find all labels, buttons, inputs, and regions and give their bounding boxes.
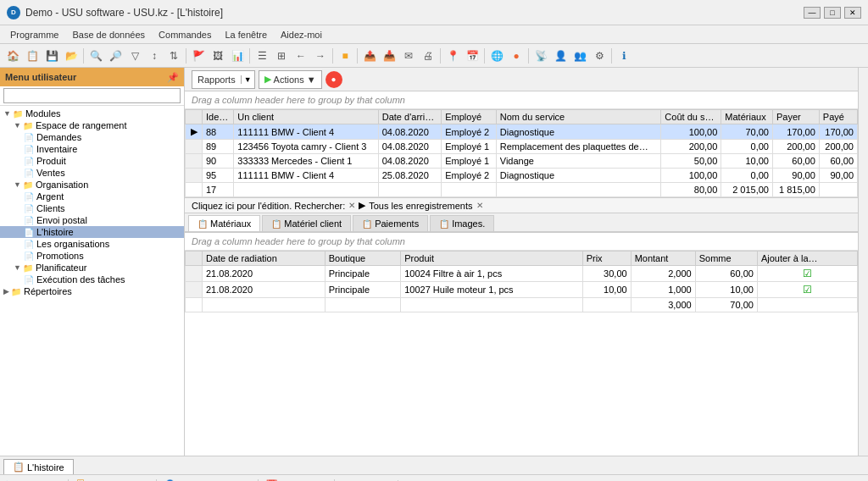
th-materiaux[interactable]: Matériaux bbox=[721, 110, 773, 124]
close-button[interactable]: ✕ bbox=[844, 7, 861, 19]
sidebar-search-input[interactable] bbox=[3, 88, 181, 103]
tb-user[interactable]: 👤 bbox=[551, 47, 570, 65]
sub-th-prix[interactable]: Prix bbox=[582, 252, 631, 266]
th-date[interactable]: Date d'arri… bbox=[378, 110, 442, 124]
tab-materiaux[interactable]: 📋 Matériaux bbox=[188, 215, 260, 231]
sidebar-item-promotions[interactable]: 📄 Promotions bbox=[0, 250, 184, 262]
rapports-label: Rapports bbox=[192, 75, 241, 85]
sidebar-item-organisation[interactable]: ▼ 📁 Organisation bbox=[0, 179, 184, 191]
minimize-button[interactable]: — bbox=[804, 7, 821, 19]
tab-materiel-client[interactable]: 📋 Matériel client bbox=[262, 215, 351, 231]
tb-copy[interactable]: 📋 bbox=[23, 47, 42, 65]
bottom-tab-lhistoire[interactable]: 📋 L'histoire bbox=[3, 459, 74, 474]
stop-button[interactable]: ● bbox=[326, 71, 342, 88]
menu-programme[interactable]: Programme bbox=[3, 28, 65, 41]
sidebar-item-clients[interactable]: 📄 Clients bbox=[0, 202, 184, 214]
sidebar-item-demandes[interactable]: 📄 Demandes bbox=[0, 131, 184, 143]
tab-paiements[interactable]: 📋 Paiements bbox=[353, 215, 428, 231]
menu-base-de-donnees[interactable]: Base de données bbox=[65, 28, 152, 41]
tb-arrow2[interactable]: → bbox=[311, 47, 330, 65]
tb-sort[interactable]: ↕ bbox=[145, 47, 164, 65]
sidebar-item-modules[interactable]: ▼ 📁 Modules bbox=[0, 108, 184, 119]
sub-table-row[interactable]: 21.08.2020 Principale 10024 Filtre à air… bbox=[186, 266, 858, 282]
tb-image[interactable]: 🖼 bbox=[209, 47, 227, 65]
sidebar-item-repertoires[interactable]: ▶ 📁 Répertoires bbox=[0, 285, 184, 297]
actions-button[interactable]: ▶ Actions ▼ bbox=[259, 70, 322, 89]
th-client[interactable]: Un client bbox=[234, 110, 378, 124]
filter-x2[interactable]: ✕ bbox=[476, 201, 483, 210]
sub-cell-montant: 1,000 bbox=[631, 282, 695, 298]
menu-aidez-moi[interactable]: Aidez-moi bbox=[274, 28, 329, 41]
sidebar-item-planificateur[interactable]: ▼ 📁 Planificateur bbox=[0, 262, 184, 274]
tb-wifi[interactable]: 📡 bbox=[531, 47, 550, 65]
tb-filter[interactable]: 🔎 bbox=[106, 47, 125, 65]
sidebar-item-argent[interactable]: 📄 Argent bbox=[0, 191, 184, 202]
sub-table-container[interactable]: Date de radiation Boutique Produit Prix … bbox=[185, 251, 858, 456]
tb-print[interactable]: 🖨 bbox=[419, 47, 437, 65]
sub-th-boutique[interactable]: Boutique bbox=[325, 252, 400, 266]
th-paye[interactable]: Payé bbox=[819, 110, 857, 124]
main-table-container[interactable]: Ide… Un client Date d'arri… Employé Nom … bbox=[185, 109, 858, 198]
tab-images[interactable]: 📋 Images. bbox=[430, 215, 494, 231]
th-payer[interactable]: Payer bbox=[772, 110, 819, 124]
tb-circle[interactable]: ● bbox=[507, 47, 526, 65]
main-table-row[interactable]: ▶ 88 111111 BMW - Client 4 04.08.2020 Em… bbox=[186, 124, 858, 140]
menu-la-fenetre[interactable]: La fenêtre bbox=[218, 28, 274, 41]
tb-home[interactable]: 🏠 bbox=[3, 47, 22, 65]
rapports-button[interactable]: Rapports ▼ bbox=[192, 70, 255, 89]
tb-list[interactable]: ☰ bbox=[253, 47, 271, 65]
sub-th-montant[interactable]: Montant bbox=[631, 252, 695, 266]
scrollbar[interactable] bbox=[858, 68, 868, 456]
tb-filter2[interactable]: ▽ bbox=[125, 47, 144, 65]
tb-users[interactable]: 👥 bbox=[570, 47, 589, 65]
sub-th-date[interactable]: Date de radiation bbox=[203, 252, 326, 266]
tb-calendar[interactable]: 📅 bbox=[463, 47, 481, 65]
sidebar-pin-icon[interactable]: 📌 bbox=[167, 72, 179, 83]
sub-drag-hint: Drag a column header here to group by th… bbox=[185, 233, 858, 251]
sidebar-item-execution[interactable]: 📄 Exécution des tâches bbox=[0, 274, 184, 285]
tabs-bar: 📋 Matériaux 📋 Matériel client 📋 Paiement… bbox=[185, 213, 858, 233]
sub-th-indicator bbox=[186, 252, 203, 266]
tb-settings[interactable]: ⚙ bbox=[590, 47, 609, 65]
th-cout[interactable]: Coût du s… bbox=[661, 110, 721, 124]
sidebar-item-espace[interactable]: ▼ 📁 Espace de rangement bbox=[0, 119, 184, 131]
filter-x1[interactable]: ✕ bbox=[348, 201, 355, 210]
tb-chart[interactable]: 📊 bbox=[228, 47, 247, 65]
tb-open[interactable]: 📂 bbox=[62, 47, 81, 65]
sidebar-item-produit[interactable]: 📄 Produit bbox=[0, 155, 184, 167]
sidebar-item-les-organisations[interactable]: 📄 Les organisations bbox=[0, 238, 184, 250]
sub-table-row[interactable]: 21.08.2020 Principale 10027 Huile moteur… bbox=[186, 282, 858, 298]
sidebar-item-label: Clients bbox=[36, 203, 65, 213]
menu-commandes[interactable]: Commandes bbox=[152, 28, 218, 41]
tb-map[interactable]: 📍 bbox=[443, 47, 462, 65]
tb-search[interactable]: 🔍 bbox=[86, 47, 105, 65]
maximize-button[interactable]: □ bbox=[824, 7, 841, 19]
tb-import[interactable]: 📥 bbox=[380, 47, 398, 65]
tb-grid[interactable]: ⊞ bbox=[272, 47, 291, 65]
sub-cell-somme: 60,00 bbox=[695, 266, 757, 282]
main-table-row[interactable]: 89 123456 Toyota camry - Client 3 04.08.… bbox=[186, 140, 858, 154]
tb-globe[interactable]: 🌐 bbox=[487, 47, 506, 65]
th-service[interactable]: Nom du service bbox=[496, 110, 661, 124]
tb-mail[interactable]: ✉ bbox=[399, 47, 418, 65]
sub-th-produit[interactable]: Produit bbox=[401, 252, 582, 266]
tb-info[interactable]: ℹ bbox=[615, 47, 633, 65]
sub-table: Date de radiation Boutique Produit Prix … bbox=[185, 251, 858, 312]
drag-hint: Drag a column header here to group by th… bbox=[185, 91, 858, 109]
sidebar-item-ventes[interactable]: 📄 Ventes bbox=[0, 167, 184, 179]
tb-arrow[interactable]: ← bbox=[292, 47, 310, 65]
th-id[interactable]: Ide… bbox=[203, 110, 234, 124]
tb-export[interactable]: 📤 bbox=[360, 47, 379, 65]
tb-sort2[interactable]: ⇅ bbox=[164, 47, 183, 65]
sub-th-ajouter[interactable]: Ajouter à la… bbox=[757, 252, 857, 266]
tb-flag[interactable]: 🚩 bbox=[189, 47, 208, 65]
sidebar-item-inventaire[interactable]: 📄 Inventaire bbox=[0, 143, 184, 155]
th-employee[interactable]: Employé bbox=[442, 110, 497, 124]
main-table-row[interactable]: 95 111111 BMW - Client 4 25.08.2020 Empl… bbox=[186, 169, 858, 183]
sidebar-item-lhistoire[interactable]: 📄 L'histoire bbox=[0, 226, 184, 238]
tb-yellow[interactable]: ■ bbox=[336, 47, 354, 65]
sub-th-somme[interactable]: Somme bbox=[695, 252, 757, 266]
tb-save[interactable]: 💾 bbox=[42, 47, 61, 65]
main-table-row[interactable]: 90 333333 Mercedes - Client 1 04.08.2020… bbox=[186, 154, 858, 169]
sidebar-item-envoi-postal[interactable]: 📄 Envoi postal bbox=[0, 214, 184, 226]
